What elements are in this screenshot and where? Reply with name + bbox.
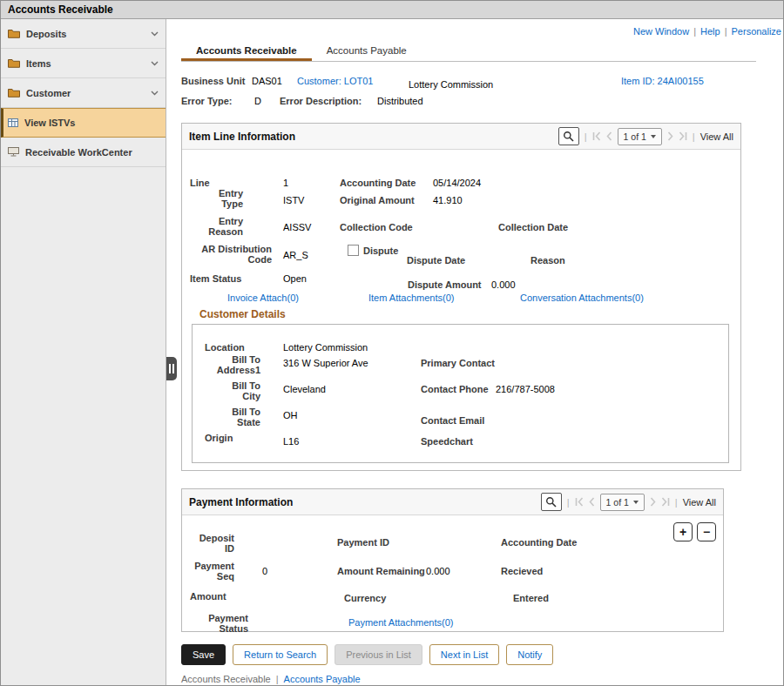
footer-current-page: Accounts Receivable [181,674,271,684]
separator: | [725,26,727,37]
customer-name: Lottery Commission [409,79,493,90]
conversation-attachments-link[interactable]: Conversation Attachments(0) [520,293,644,303]
minus-icon: − [703,526,710,538]
item-status-label: Item Status [190,273,241,284]
collection-code-label: Collection Code [340,222,413,232]
reason-label: Reason [531,255,565,266]
last-row-icon[interactable] [679,131,687,141]
view-all-link[interactable]: View All [683,497,716,508]
help-link[interactable]: Help [700,26,720,37]
customer-details-box: Location Lottery Commission Bill To Addr… [192,324,729,463]
payment-seq-label: Payment Seq [189,561,234,582]
add-row-button[interactable]: + [673,522,693,541]
customer-details-title: Customer Details [199,308,286,320]
sidebar-item-items[interactable]: Items [1,49,166,78]
entry-reason-value: AISSV [283,222,311,232]
find-button[interactable] [541,493,562,511]
bill-to-city-value: Cleveland [283,384,326,394]
original-amount-value: 41.910 [433,195,463,205]
sidebar-item-label: Customer [26,88,145,98]
error-type-label: Error Type: [181,96,232,106]
previous-in-list-button[interactable]: Previous in List [335,644,422,665]
next-in-list-button[interactable]: Next in List [429,644,499,665]
dispute-amount-label: Dispute Amount [408,279,482,290]
speedchart-label: Speedchart [421,436,473,447]
amount-remaining-value: 0.000 [426,566,450,576]
chevron-down-icon[interactable] [151,31,159,37]
main-content: New Window | Help | Personalize Accounts… [166,19,783,685]
chevron-down-icon[interactable] [151,61,159,66]
plus-icon: + [679,526,686,538]
first-row-icon[interactable] [575,497,584,507]
chevron-down-icon [633,501,639,504]
workcenter-icon [8,147,19,157]
save-button[interactable]: Save [181,644,226,665]
customer-link[interactable]: Customer: LOT01 [297,76,373,86]
previous-row-icon[interactable] [606,131,612,141]
separator: | [675,497,678,508]
entry-type-value: ISTV [283,195,304,205]
sidebar-item-label: Items [26,58,145,69]
folder-icon [8,88,20,98]
tab-accounts-payable[interactable]: Accounts Payable [312,39,422,61]
accounting-date-label: Accounting Date [340,178,416,188]
separator: | [567,497,570,508]
row-position: 1 of 1 [624,131,646,142]
next-row-icon[interactable] [667,131,673,141]
item-line-header: Item Line Information | 1 of 1 | [182,124,740,150]
dispute-amount-value: 0.000 [491,279,516,290]
chevron-down-icon [651,135,656,138]
error-description-value: Distributed [377,96,423,106]
origin-label: Origin [205,433,233,443]
currency-label: Currency [344,593,386,603]
previous-row-icon[interactable] [589,497,595,507]
utility-links: New Window | Help | Personalize [166,19,783,37]
sidebar-collapse-handle[interactable] [166,357,177,380]
sidebar-item-view-istvs[interactable]: View ISTVs [1,108,166,138]
sidebar: Deposits Items Customer View ISTVs Recei… [1,19,166,685]
tab-accounts-receivable[interactable]: Accounts Receivable [181,39,312,61]
separator: | [585,131,587,142]
separator: | [693,131,695,142]
payment-header: Payment Information | 1 of 1 | Vi [182,489,723,515]
summary-header: Business Unit DAS01 Customer: LOT01 Lott… [166,74,783,114]
new-window-link[interactable]: New Window [633,26,689,37]
payment-status-label: Payment Status [203,613,248,634]
item-id-link[interactable]: Item ID: 24AI00155 [621,76,704,86]
sidebar-item-label: Deposits [26,29,145,39]
received-label: Recieved [501,566,543,576]
chevron-down-icon[interactable] [151,91,159,96]
sidebar-item-deposits[interactable]: Deposits [1,19,166,49]
location-value: Lottery Commission [283,342,368,353]
business-unit-label: Business Unit [181,76,245,86]
sidebar-item-customer[interactable]: Customer [1,78,166,108]
row-selector[interactable]: 1 of 1 [618,128,662,145]
contact-phone-value: 216/787-5008 [496,384,555,394]
item-line-information-section: Item Line Information | 1 of 1 | [181,123,741,471]
delete-row-button[interactable]: − [697,522,716,541]
row-selector[interactable]: 1 of 1 [600,494,645,511]
invoice-attach-link[interactable]: Invoice Attach(0) [227,293,299,303]
separator: | [276,674,279,684]
error-description-label: Error Description: [280,96,362,106]
notify-button[interactable]: Notify [506,644,553,665]
item-attachments-link[interactable]: Item Attachments(0) [368,293,454,303]
first-row-icon[interactable] [592,131,601,141]
dispute-checkbox[interactable] [348,245,359,256]
line-value: 1 [283,178,288,188]
sidebar-item-receivable-workcenter[interactable]: Receivable WorkCenter [1,138,166,167]
next-row-icon[interactable] [650,497,656,507]
original-amount-label: Original Amount [340,195,415,205]
payment-seq-value: 0 [262,566,267,576]
payment-attachments-link[interactable]: Payment Attachments(0) [348,617,453,628]
view-all-link[interactable]: View All [700,131,733,142]
error-type-value: D [254,96,261,106]
personalize-link[interactable]: Personalize [732,26,781,37]
collection-date-label: Collection Date [498,222,568,232]
return-to-search-button[interactable]: Return to Search [233,644,328,665]
footer-accounts-payable-link[interactable]: Accounts Payable [284,674,361,684]
section-title: Item Line Information [189,131,558,143]
item-status-value: Open [283,273,307,284]
last-row-icon[interactable] [661,497,670,507]
find-button[interactable] [558,127,579,145]
